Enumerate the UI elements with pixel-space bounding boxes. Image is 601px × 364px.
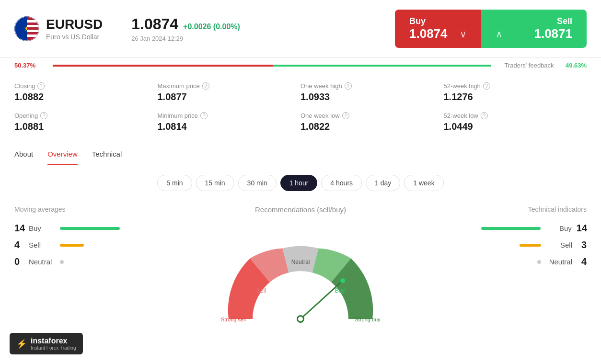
ma-item-sell: 4 Sell bbox=[14, 239, 120, 250]
time-btn-4-hours[interactable]: 4 hours bbox=[321, 175, 362, 191]
gauge-area: Recommendations (sell/buy) bbox=[120, 205, 481, 330]
info-icon-2[interactable]: ? bbox=[345, 82, 352, 90]
stat-value-7: 1.0449 bbox=[444, 121, 587, 132]
ma-count-sell: 4 bbox=[14, 239, 24, 250]
ma-count-neutral: 0 bbox=[14, 256, 24, 267]
ti-item-sell: Sell 3 bbox=[481, 239, 587, 250]
ti-label-buy: Buy bbox=[545, 224, 572, 232]
main-price-display: 1.0874 +0.0026 (0.00%) bbox=[131, 15, 240, 33]
instaforex-tagline: Instant Forex Trading bbox=[31, 345, 76, 351]
time-btn-1-day[interactable]: 1 day bbox=[366, 175, 400, 191]
price-change: +0.0026 (0.00%) bbox=[183, 23, 240, 31]
price-date: 26 Jan 2024 12:29 bbox=[131, 35, 240, 42]
tab-overview[interactable]: Overview bbox=[47, 142, 78, 165]
ma-label-buy: Buy bbox=[29, 224, 55, 232]
time-btn-1-week[interactable]: 1 week bbox=[404, 175, 443, 191]
time-btn-30-min[interactable]: 30 min bbox=[238, 175, 277, 191]
ti-label-neutral: Neutral bbox=[546, 258, 572, 266]
svg-text:Buy: Buy bbox=[335, 287, 345, 294]
currency-logo-area: ★ EURUSD Euro vs US Dollar bbox=[14, 16, 103, 41]
ma-item-neutral: 0 Neutral bbox=[14, 256, 120, 267]
instaforex-icon: ⚡ bbox=[16, 339, 27, 349]
analysis-area: Moving averages 14 Buy 4 Sell 0 Neutral … bbox=[0, 201, 601, 335]
tab-about[interactable]: About bbox=[14, 142, 33, 165]
stat-value-0: 1.0882 bbox=[14, 91, 158, 102]
instaforex-logo: ⚡ instaforex Instant Forex Trading bbox=[10, 333, 83, 354]
stat-label-7: 52-week low ? bbox=[444, 112, 587, 119]
chevron-up-icon: ∧ bbox=[496, 28, 503, 40]
stat-label-5: Minimum price ? bbox=[158, 112, 301, 119]
stat-label-2: One week high ? bbox=[300, 82, 444, 90]
stat-label-6: One week low ? bbox=[300, 112, 444, 119]
svg-text:Strong sell: Strong sell bbox=[221, 317, 246, 322]
gauge-container: Neutral Sell Buy Strong sell Strong buy bbox=[205, 218, 396, 324]
ti-item-buy: Buy 14 bbox=[481, 223, 587, 234]
ti-dot-neutral bbox=[537, 260, 541, 264]
stat-item-4: Opening ? 1.0881 bbox=[14, 112, 158, 132]
tabs-area: AboutOverviewTechnical bbox=[0, 142, 601, 165]
ma-bar-sell bbox=[60, 244, 84, 247]
traders-bar-green bbox=[273, 65, 491, 67]
ti-bar-sell bbox=[520, 244, 541, 247]
stat-label-0: Closing ? bbox=[14, 82, 158, 90]
time-buttons-area: 5 min15 min30 min1 hour4 hours1 day1 wee… bbox=[0, 165, 601, 201]
stat-item-6: One week low ? 1.0822 bbox=[300, 112, 444, 132]
ti-count-sell: 3 bbox=[577, 239, 587, 250]
ti-count-buy: 14 bbox=[577, 223, 587, 234]
stat-value-4: 1.0881 bbox=[14, 121, 158, 132]
instaforex-name: instaforex bbox=[31, 337, 76, 345]
time-btn-1-hour[interactable]: 1 hour bbox=[280, 175, 318, 191]
traders-bar bbox=[53, 65, 491, 67]
ma-item-buy: 14 Buy bbox=[14, 223, 120, 234]
ma-bar-buy bbox=[60, 227, 120, 230]
currency-pair-label: EURUSD bbox=[46, 17, 103, 32]
info-icon-1[interactable]: ? bbox=[202, 82, 209, 90]
traders-bar-red bbox=[53, 65, 273, 67]
ma-dot-neutral bbox=[60, 260, 64, 264]
currency-flag: ★ bbox=[14, 16, 39, 41]
svg-point-21 bbox=[340, 278, 345, 283]
info-icon-6[interactable]: ? bbox=[342, 112, 349, 119]
sell-button[interactable]: Sell ∧ 1.0871 bbox=[481, 10, 587, 48]
stat-item-0: Closing ? 1.0882 bbox=[14, 82, 158, 102]
stat-label-1: Maximum price ? bbox=[158, 82, 301, 90]
svg-rect-7 bbox=[27, 25, 39, 27]
gauge-title: Recommendations (sell/buy) bbox=[255, 205, 346, 214]
time-btn-5-min[interactable]: 5 min bbox=[157, 175, 192, 191]
svg-text:Neutral: Neutral bbox=[291, 259, 310, 265]
ma-title: Moving averages bbox=[14, 205, 120, 213]
info-icon-0[interactable]: ? bbox=[37, 82, 45, 90]
info-icon-3[interactable]: ? bbox=[483, 82, 490, 90]
technical-indicators-panel: Technical indicators Buy 14 Sell 3 Neutr… bbox=[481, 205, 587, 330]
info-icon-5[interactable]: ? bbox=[200, 112, 208, 119]
svg-point-15 bbox=[298, 317, 303, 321]
sell-label: Sell bbox=[496, 16, 572, 26]
ti-item-neutral: Neutral 4 bbox=[481, 256, 587, 267]
buy-price: 1.0874 bbox=[409, 26, 448, 41]
currency-info: EURUSD Euro vs US Dollar bbox=[46, 17, 103, 41]
ma-count-buy: 14 bbox=[14, 223, 24, 234]
traders-feedback-label: Traders' feedback bbox=[500, 62, 558, 69]
stat-item-5: Minimum price ? 1.0814 bbox=[158, 112, 301, 132]
info-icon-7[interactable]: ? bbox=[481, 112, 488, 119]
stat-item-7: 52-week low ? 1.0449 bbox=[444, 112, 587, 132]
price-area: 1.0874 +0.0026 (0.00%) 26 Jan 2024 12:29 bbox=[131, 15, 240, 42]
ti-label-sell: Sell bbox=[546, 241, 572, 249]
tab-technical[interactable]: Technical bbox=[92, 142, 122, 165]
sell-price: 1.0871 bbox=[534, 26, 572, 41]
stat-value-3: 1.1276 bbox=[444, 91, 587, 102]
stats-grid: Closing ? 1.0882 Maximum price ? 1.0877 … bbox=[0, 73, 601, 142]
svg-text:Strong buy: Strong buy bbox=[355, 317, 381, 322]
traders-feedback-bar: 50.37% Traders' feedback 49.63% bbox=[0, 58, 601, 73]
info-icon-4[interactable]: ? bbox=[40, 112, 47, 119]
ti-bar-buy bbox=[481, 227, 541, 230]
trade-buttons: Buy 1.0874 ∨ Sell ∧ 1.0871 bbox=[395, 10, 587, 48]
price-value: 1.0874 bbox=[131, 15, 178, 33]
stat-item-2: One week high ? 1.0933 bbox=[300, 82, 444, 102]
instaforex-text: instaforex Instant Forex Trading bbox=[31, 337, 76, 351]
time-btn-15-min[interactable]: 15 min bbox=[196, 175, 234, 191]
stat-value-2: 1.0933 bbox=[300, 91, 444, 102]
currency-desc-label: Euro vs US Dollar bbox=[46, 33, 103, 41]
svg-rect-9 bbox=[27, 34, 39, 37]
buy-button[interactable]: Buy 1.0874 ∨ bbox=[395, 10, 481, 48]
